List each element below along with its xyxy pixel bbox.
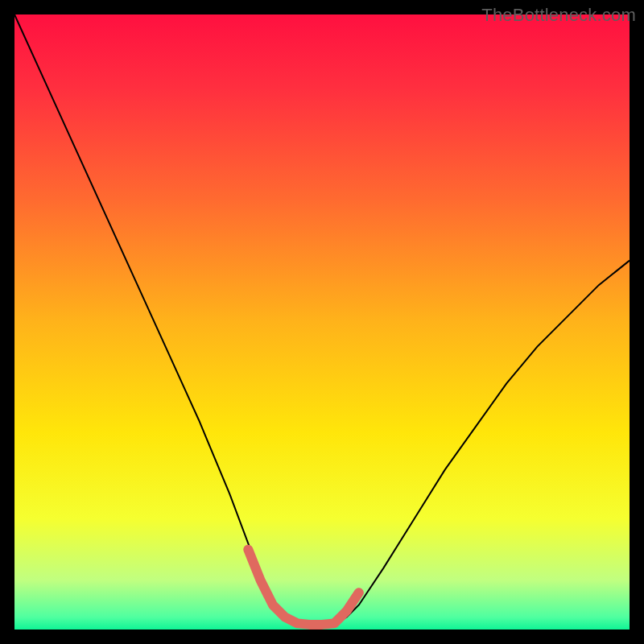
chart-background	[14, 14, 630, 630]
watermark-text: TheBottleneck.com	[481, 5, 636, 26]
chart-plot-area	[14, 14, 630, 630]
chart-svg	[14, 14, 630, 630]
